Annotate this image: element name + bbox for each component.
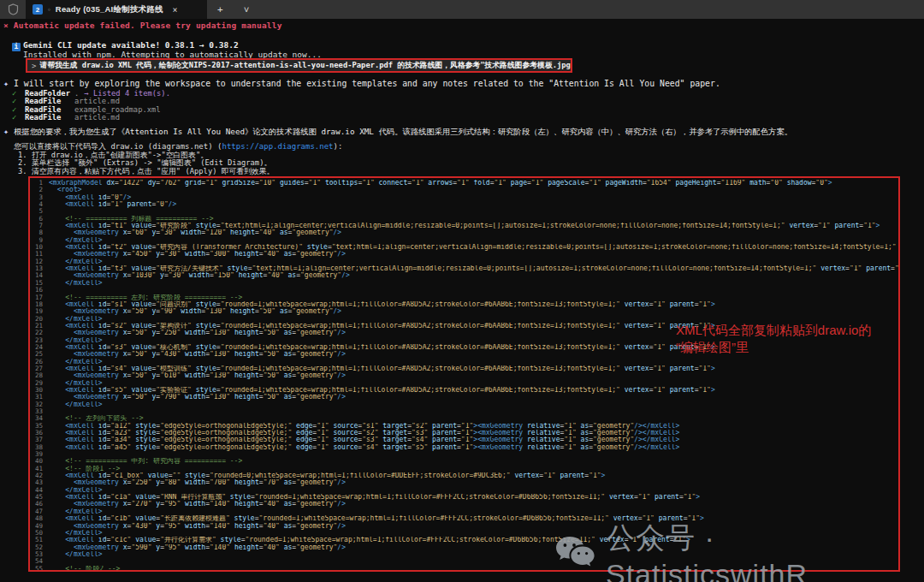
code-line-text: <mxGeometry x="270" y="95" width="140" h… bbox=[49, 501, 346, 508]
code-line-number: 16 bbox=[32, 287, 43, 294]
info-icon: i bbox=[12, 43, 21, 51]
diagrams-net-link[interactable]: https://app.diagrams.net bbox=[222, 142, 333, 151]
code-line: 1<mxGraphModel dx="1422" dy="762" grid="… bbox=[32, 180, 898, 187]
code-line: 35 <mxCell id="a12" style="edgeStyle=ort… bbox=[32, 423, 898, 430]
code-line-number: 15 bbox=[32, 280, 43, 287]
code-line-number: 28 bbox=[32, 372, 43, 379]
code-line-text: <mxCell id="t3" value="研究方法/关键技术" style=… bbox=[49, 265, 898, 272]
code-line: 32 </mxCell> bbox=[32, 401, 898, 408]
code-line: 14 <mxGeometry x="1030" y="30" width="15… bbox=[32, 272, 898, 279]
code-lines: 1<mxGraphModel dx="1422" dy="762" grid="… bbox=[32, 180, 898, 572]
code-line-number: 52 bbox=[32, 544, 43, 551]
code-line-number: 41 bbox=[32, 466, 43, 472]
code-line-text: <!-- ========== 左列: 研究阶段 ========== --> bbox=[49, 294, 242, 301]
code-line-text: <mxGeometry x="50" y="430" width="130" h… bbox=[49, 351, 346, 358]
code-line: 37 <mxCell id="a34" style="edgeStyle=ort… bbox=[32, 436, 898, 443]
code-line-number: 7 bbox=[32, 223, 43, 229]
code-line-text: <!-- ========== 中列: 研究内容 ========== --> bbox=[49, 458, 242, 465]
code-line: 15 </mxCell> bbox=[32, 280, 898, 287]
code-line: 16 bbox=[32, 287, 898, 294]
code-line-number: 40 bbox=[32, 458, 43, 465]
code-line-number: 43 bbox=[32, 479, 43, 486]
title-bar: 2 ◦ Ready (035_AI绘制技术路线 × + ˅ bbox=[0, 0, 924, 19]
code-line-text: </mxCell> bbox=[49, 280, 103, 287]
code-line-text: <mxGeometry x="430" y="95" width="140" h… bbox=[49, 523, 346, 530]
code-line-text: <!-- 阶段1 --> bbox=[49, 466, 120, 472]
code-line-number: 55 bbox=[32, 566, 43, 572]
code-line: 3 <mxCell id="0"/> bbox=[32, 194, 898, 201]
code-line: 28 <mxGeometry x="50" y="610" width="130… bbox=[32, 372, 898, 379]
code-line-number: 32 bbox=[32, 401, 43, 408]
code-line: 39 bbox=[32, 451, 898, 458]
terminal-tab[interactable]: 2 ◦ Ready (035_AI绘制技术路线 × bbox=[26, 0, 207, 19]
code-line-number: 22 bbox=[32, 330, 43, 336]
code-line-number: 10 bbox=[32, 244, 43, 251]
code-line-number: 53 bbox=[32, 551, 43, 558]
tool-call-list: ✓ ReadFolder . → Listed 4 item(s). ✓ Rea… bbox=[12, 90, 170, 122]
code-line: 12 </mxCell> bbox=[32, 258, 898, 265]
code-line-number: 36 bbox=[32, 430, 43, 436]
code-line: 7 <mxCell id="t1" value="研究阶段" style="te… bbox=[32, 223, 898, 229]
tab-dropdown-button[interactable]: ˅ bbox=[234, 0, 260, 19]
code-line: 36 <mxCell id="a23" style="edgeStyle=ort… bbox=[32, 430, 898, 436]
code-line: 31 <mxGeometry x="50" y="790" width="130… bbox=[32, 394, 898, 401]
code-line-text: <mxGeometry x="50" y="610" width="130" h… bbox=[49, 372, 346, 379]
code-line-text: <mxCell id="s1" value="问题识别" style="roun… bbox=[49, 301, 715, 308]
code-line: 30 <mxCell id="s5" value="实验验证" style="r… bbox=[32, 387, 898, 394]
code-line-text: <mxGeometry x="590" y="95" width="140" h… bbox=[49, 544, 346, 551]
code-line-number: 5 bbox=[32, 208, 43, 215]
code-line: 19 <mxGeometry x="50" y="90" width="130"… bbox=[32, 308, 898, 315]
code-line: 47 </mxCell> bbox=[32, 508, 898, 515]
code-line: 40 <!-- ========== 中列: 研究内容 ========== -… bbox=[32, 458, 898, 465]
code-line-text: </mxCell> bbox=[49, 551, 103, 558]
code-line-number: 21 bbox=[32, 323, 43, 330]
code-line-text: <mxGeometry x="50" y="250" width="130" h… bbox=[49, 330, 346, 336]
tab-title: Ready (035_AI绘制技术路线 bbox=[56, 4, 163, 15]
code-line-text: <mxGeometry x="250" y="80" width="700" h… bbox=[49, 479, 346, 486]
code-line-number: 1 bbox=[32, 180, 43, 187]
code-line-number: 37 bbox=[32, 436, 43, 443]
watermark: 公众号 · StatisticswithR bbox=[554, 519, 924, 582]
code-line-text: <mxCell id="s2" value="架构设计" style="roun… bbox=[49, 323, 715, 330]
code-line: 5 bbox=[32, 208, 898, 215]
code-line-text: <!-- ========== 列标题 ========== --> bbox=[49, 216, 214, 223]
code-line-number: 48 bbox=[32, 515, 43, 522]
assistant-intro-line: ✦I will start by exploring the workspace… bbox=[3, 79, 720, 88]
code-line-text: </mxCell> bbox=[49, 508, 103, 515]
code-line: 26 </mxCell> bbox=[32, 359, 898, 365]
code-line-number: 2 bbox=[32, 187, 43, 193]
code-line: 2 <root> bbox=[32, 187, 898, 193]
code-line-number: 17 bbox=[32, 294, 43, 301]
gemini-star-icon: ✦ bbox=[3, 79, 9, 88]
code-line-text: <mxCell id="c1_box" value="" style="roun… bbox=[49, 472, 605, 479]
code-line-number: 6 bbox=[32, 216, 43, 223]
assistant-summary-line: ✦根据您的要求，我为您生成了《Attention Is All You Need… bbox=[3, 127, 792, 138]
code-line-number: 31 bbox=[32, 394, 43, 401]
code-line: 43 <mxGeometry x="250" y="80" width="700… bbox=[32, 479, 898, 486]
code-line-text: </mxCell> bbox=[49, 530, 103, 537]
code-line-number: 42 bbox=[32, 472, 43, 479]
code-line-number: 19 bbox=[32, 308, 43, 315]
tab-close-icon[interactable]: × bbox=[173, 5, 178, 15]
code-line: 17 <!-- ========== 左列: 研究阶段 ========== -… bbox=[32, 294, 898, 301]
xml-code-block: 1<mxGraphModel dx="1422" dy="762" grid="… bbox=[28, 176, 900, 572]
code-line-number: 12 bbox=[32, 258, 43, 265]
code-line: 33 bbox=[32, 408, 898, 415]
code-line-number: 38 bbox=[32, 444, 43, 451]
code-line-text: <mxCell id="s4" value="模型训练" style="roun… bbox=[49, 365, 715, 372]
instruction-step: 3. 清空原有内容，粘贴下方代码，点击 "应用" (Apply) 即可看到效果。 bbox=[18, 168, 274, 175]
code-line: 4 <mxCell id="1" parent="0"/> bbox=[32, 201, 898, 208]
code-line: 34 <!-- 左列向下箭头 --> bbox=[32, 415, 898, 422]
prompt-chevron: > bbox=[32, 62, 36, 70]
code-line-number: 45 bbox=[32, 494, 43, 501]
code-line-text: <mxCell id="t2" value="研究内容 (Transformer… bbox=[49, 244, 898, 251]
code-line-number: 54 bbox=[32, 558, 43, 565]
code-line: 18 <mxCell id="s1" value="问题识别" style="r… bbox=[32, 301, 898, 308]
code-line-text: </mxCell> bbox=[49, 401, 103, 408]
code-line-number: 49 bbox=[32, 523, 43, 530]
code-line-number: 25 bbox=[32, 351, 43, 358]
code-line-text: </mxCell> bbox=[49, 359, 103, 365]
wechat-icon bbox=[554, 535, 597, 576]
new-tab-button[interactable]: + bbox=[207, 0, 234, 19]
code-line-text: <mxCell id="s5" value="实验验证" style="roun… bbox=[49, 387, 715, 394]
